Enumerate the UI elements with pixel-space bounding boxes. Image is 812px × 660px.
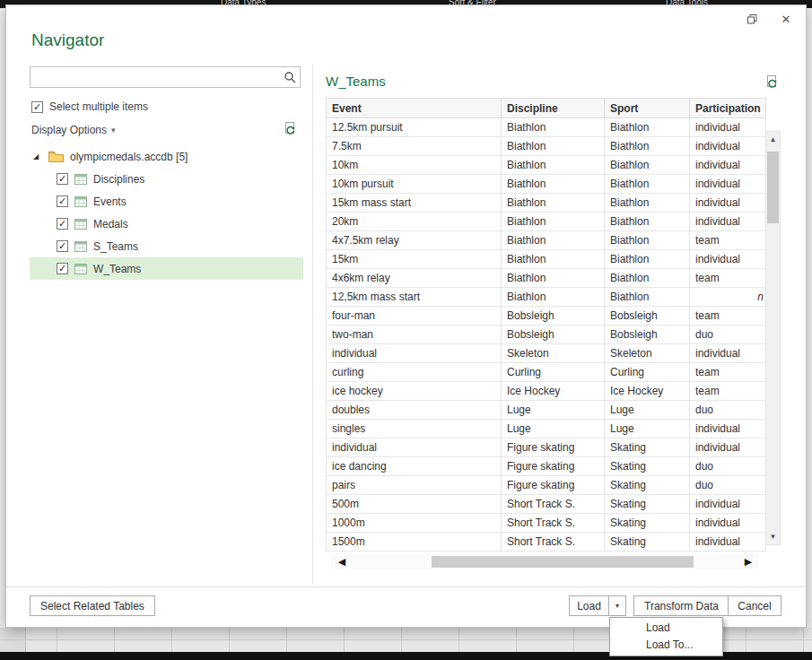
table-cell: individual	[690, 175, 766, 194]
table-row: 7.5kmBiathlonBiathlonindividual	[327, 137, 766, 156]
table-cell: Short Track S.	[502, 533, 605, 551]
search-box	[30, 66, 301, 88]
table-cell: individual	[690, 533, 766, 551]
table-row: 12,5km mass startBiathlonBiathlonn	[327, 288, 766, 307]
table-cell: four-man	[327, 307, 502, 326]
vertical-scroll-thumb[interactable]	[767, 152, 779, 223]
table-cell: Luge	[605, 401, 690, 420]
table-cell: Skating	[605, 533, 690, 551]
checkbox-checked-icon[interactable]: ✓	[31, 101, 43, 113]
table-cell: duo	[690, 326, 766, 344]
table-row: 4x7.5km relayBiathlonBiathlonteam	[327, 231, 766, 250]
tree-expanded-icon[interactable]: ◢	[33, 152, 42, 161]
checkbox-checked-icon[interactable]: ✓	[57, 195, 68, 207]
display-options-dropdown[interactable]: Display Options ▾	[31, 124, 116, 136]
table-cell: individual	[690, 137, 766, 156]
table-cell: Biathlon	[502, 269, 605, 288]
table-cell: Biathlon	[502, 175, 605, 194]
table-cell: Short Track S.	[502, 495, 605, 514]
tree-root-olympicmedals[interactable]: ◢ olympicmedals.accdb [5]	[30, 145, 303, 168]
search-icon[interactable]	[280, 71, 300, 83]
table-icon	[74, 219, 87, 230]
table-cell: individual	[690, 514, 766, 533]
tree-item-w-teams[interactable]: ✓ W_Teams	[30, 257, 303, 280]
table-cell: individual	[327, 439, 502, 457]
table-cell: individual	[690, 213, 766, 231]
vertical-scrollbar[interactable]: ▲ ▼	[765, 131, 781, 545]
table-row: 12.5km pursuitBiathlonBiathlonindividual	[327, 118, 766, 137]
refresh-preview-icon[interactable]	[764, 74, 780, 90]
column-header-participation: Participation	[690, 99, 766, 118]
table-cell: individual	[690, 420, 766, 439]
preview-title: W_Teams	[326, 74, 386, 89]
table-cell: team	[690, 269, 766, 288]
table-row: individualFigure skatingSkatingindividua…	[327, 439, 766, 457]
table-cell: pairs	[327, 476, 502, 495]
scroll-left-icon[interactable]: ◀	[333, 554, 351, 569]
window-controls: ✕	[741, 11, 797, 27]
display-options-label: Display Options	[31, 124, 107, 136]
scroll-right-icon[interactable]: ▶	[739, 554, 757, 569]
checkbox-checked-icon[interactable]: ✓	[57, 173, 68, 185]
load-dropdown-button[interactable]: ▾	[609, 595, 626, 616]
menu-item-load-to[interactable]: Load To...	[610, 637, 722, 654]
table-cell: 1000m	[327, 514, 502, 533]
table-cell: Biathlon	[605, 156, 690, 175]
close-button[interactable]: ✕	[775, 11, 797, 27]
table-row: 10km pursuitBiathlonBiathlonindividual	[327, 175, 766, 194]
table-row: 15kmBiathlonBiathlonindividual	[327, 250, 766, 269]
restore-button[interactable]	[741, 11, 763, 27]
table-cell: Ice Hockey	[502, 382, 605, 401]
table-cell: 12,5km mass start	[327, 288, 502, 307]
table-cell: Biathlon	[502, 231, 605, 250]
tree-item-events[interactable]: ✓ Events	[30, 190, 303, 213]
menu-item-load[interactable]: Load	[610, 620, 722, 637]
search-input[interactable]	[31, 67, 280, 87]
table-cell: 20km	[327, 213, 502, 231]
table-cell: Biathlon	[502, 250, 605, 269]
table-icon	[74, 264, 87, 274]
page-title: Navigator	[31, 30, 104, 50]
table-cell: Biathlon	[605, 194, 690, 213]
table-cell: Figure skating	[502, 457, 605, 476]
table-cell: 10km pursuit	[327, 175, 502, 194]
chevron-down-icon: ▾	[616, 602, 619, 610]
tree-item-disciplines[interactable]: ✓ Disciplines	[30, 168, 303, 190]
table-cell: duo	[690, 476, 766, 495]
select-multiple-items-label: Select multiple items	[49, 100, 148, 113]
scroll-up-icon[interactable]: ▲	[766, 132, 780, 147]
tree-item-medals[interactable]: ✓ Medals	[30, 213, 303, 235]
table-cell: individual	[690, 344, 766, 363]
table-cell: individual	[690, 250, 766, 269]
select-multiple-items-checkbox[interactable]: ✓ Select multiple items	[31, 100, 148, 113]
cancel-button[interactable]: Cancel	[728, 595, 781, 616]
horizontal-scroll-thumb[interactable]	[432, 556, 694, 568]
tree-root-label: olympicmedals.accdb [5]	[70, 151, 188, 163]
load-button[interactable]: Load	[569, 595, 609, 616]
load-menu: Load Load To...	[609, 617, 723, 656]
table-cell: Bobsleigh	[502, 326, 605, 344]
table-cell: Skating	[605, 514, 690, 533]
tree-item-label: S_Teams	[93, 240, 138, 253]
table-cell: duo	[690, 457, 766, 476]
select-related-tables-button[interactable]: Select Related Tables	[30, 595, 155, 616]
table-cell: team	[690, 231, 766, 250]
checkbox-checked-icon[interactable]: ✓	[57, 263, 68, 274]
scroll-down-icon[interactable]: ▼	[766, 529, 780, 544]
table-cell: 4x6km relay	[327, 269, 502, 288]
table-row: ice dancingFigure skatingSkatingduo	[327, 457, 766, 476]
tree-item-label: Medals	[93, 218, 128, 230]
checkbox-checked-icon[interactable]: ✓	[57, 240, 68, 252]
table-cell: team	[690, 382, 766, 401]
table-cell: Skeleton	[605, 344, 690, 363]
table-row: individualSkeletonSkeletonindividual	[327, 344, 766, 363]
horizontal-scrollbar[interactable]: ◀ ▶	[331, 554, 759, 569]
tree-item-s-teams[interactable]: ✓ S_Teams	[30, 235, 303, 257]
table-cell: Biathlon	[605, 213, 690, 231]
table-cell: Ice Hockey	[605, 382, 690, 401]
checkbox-checked-icon[interactable]: ✓	[57, 218, 68, 230]
table-cell: Biathlon	[502, 137, 605, 156]
folder-icon	[48, 151, 64, 162]
transform-data-button[interactable]: Transform Data	[633, 595, 729, 616]
refresh-preview-icon[interactable]	[283, 121, 298, 136]
